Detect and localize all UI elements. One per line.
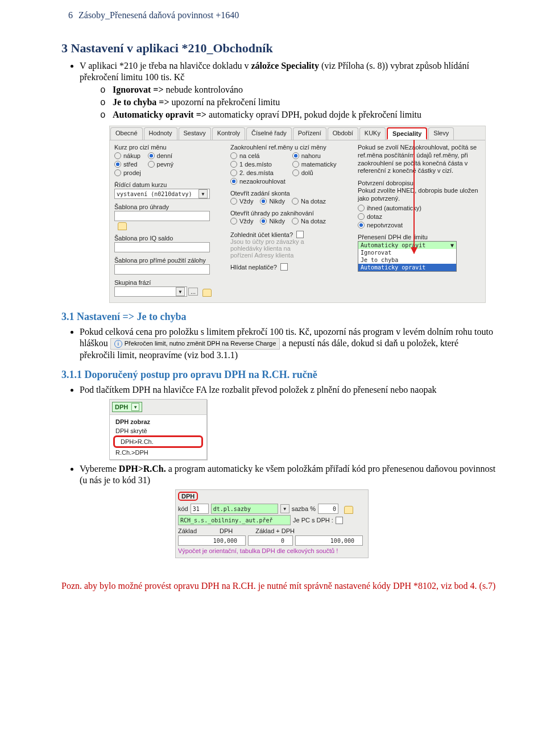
label-zaklad: Základ	[178, 527, 197, 534]
page-number: 6	[61, 10, 73, 20]
radio-nez[interactable]: nezaokrouhlovat	[230, 177, 286, 185]
radio-sk-nadotaz[interactable]: Na dotaz	[292, 197, 326, 205]
radio-sk-nikdy[interactable]: Nikdy	[260, 197, 285, 205]
radio-des2[interactable]: 2. des.místa	[230, 169, 286, 177]
label-kurz: Kurz pro cizí měnu	[114, 144, 226, 151]
tab-ciselne[interactable]: Číselné řady	[246, 127, 292, 140]
tab-speciality[interactable]: Speciality	[387, 127, 427, 140]
radio-dotaz[interactable]: dotaz	[358, 213, 481, 221]
radio-nacela[interactable]: na celá	[230, 152, 286, 160]
help-note-zaokrouhleni: Pokud se zvolí NEzaokrouhlovat, počítá s…	[358, 144, 481, 175]
radio-nakup[interactable]: nákup	[114, 152, 141, 160]
label-ridici: Řídící datum kurzu	[114, 181, 226, 188]
label-sablona-uhrady: Šablona pro úhrady	[114, 203, 226, 210]
radio-sk-vzdy[interactable]: Vždy	[230, 197, 253, 205]
radio-mat[interactable]: matematicky	[292, 160, 337, 168]
label-neplatice: Hlídat neplatiče?	[230, 264, 277, 271]
label-dph: DPH	[220, 527, 233, 534]
tab-kontroly[interactable]: Kontroly	[212, 127, 245, 140]
field-kod[interactable]: 31	[191, 504, 209, 514]
radio-denni[interactable]: denní	[148, 152, 173, 160]
label-uhrady: Otevřít úhrady po zaknihování	[230, 210, 353, 217]
folder-open-icon[interactable]	[344, 506, 353, 514]
field-dtplsazby[interactable]: dt.pl.sazby	[211, 504, 278, 514]
radio-des1[interactable]: 1 des.místo	[230, 160, 286, 168]
screenshot-dph-panel: DPH kód 31 dt.pl.sazby ▼ sazba % 0 RCH_s…	[175, 489, 369, 558]
label-preneseni-dph: Přenesení DPH dle limitu	[358, 234, 481, 240]
radio-pevny[interactable]: pevný	[148, 160, 173, 168]
label-zohlednit: Zohlednit účet klienta?	[230, 231, 293, 238]
radio-nepot[interactable]: nepotvrzovat	[358, 221, 481, 229]
tab-porizeni[interactable]: Pořízení	[293, 127, 326, 140]
help-text: Jsou to účty pro závazky a pohledávky kl…	[230, 238, 353, 259]
value-dph: 0	[248, 535, 293, 546]
para-3-1-1b: Vybereme DPH>R.Ch. a program automaticky…	[80, 463, 496, 486]
menu-dph-zobraz[interactable]: DPH zobraz	[110, 417, 206, 426]
screenshot-speciality-form: Obecné Hodnoty Sestavy Kontroly Číselné …	[109, 126, 486, 303]
chevron-down-icon[interactable]: ▼	[198, 189, 208, 198]
panel-footer-note: Výpočet je orientační, tabulka DPH dle c…	[178, 547, 366, 554]
label-kod: kód	[178, 505, 188, 512]
tab-kuky[interactable]: KUKy	[359, 127, 386, 140]
ellipsis-button[interactable]: ...	[188, 288, 198, 296]
heading-3-1-1: 3.1.1 Doporučený postup pro opravu DPH n…	[61, 369, 496, 381]
checkbox-neplatice[interactable]	[280, 263, 288, 271]
info-icon: i	[114, 340, 122, 348]
chevron-down-icon[interactable]: ▼	[176, 287, 185, 296]
label-sablona-zalohy: Šablona pro přímé použití zálohy	[114, 257, 226, 264]
label-sazba: sazba %	[292, 505, 316, 512]
radio-stred[interactable]: střed	[114, 160, 141, 168]
label-jepc: Je PC s DPH :	[293, 517, 333, 524]
chevron-down-icon[interactable]: ▼	[450, 242, 454, 248]
footnote: Pozn. aby bylo možné provést opravu DPH …	[61, 581, 496, 591]
tab-sestavy[interactable]: Sestavy	[179, 127, 211, 140]
radio-prodej[interactable]: prodej	[114, 169, 141, 177]
heading-3: 3 Nastavení v aplikaci *210_Obchodník	[61, 41, 496, 56]
para-3-1-1a: Pod tlačítkem DPH na hlavičce FA lze roz…	[80, 384, 496, 396]
menu-dph-rch[interactable]: DPH>R.Ch.	[113, 435, 203, 448]
label-zakladdph: Základ + DPH	[255, 527, 295, 534]
tab-slevy[interactable]: Slevy	[428, 127, 454, 140]
tabstrip: Obecné Hodnoty Sestavy Kontroly Číselné …	[110, 126, 485, 140]
radio-uh-nikdy[interactable]: Nikdy	[260, 217, 285, 225]
field-sazba[interactable]: 0	[318, 504, 338, 514]
field-sablona-iq[interactable]	[114, 242, 210, 252]
label-zaokrouhleni: Zaokrouhlení ref.měny u cizí měny	[230, 144, 353, 151]
help-note-potvrzeni: Pokud zvolíte HNED, dobropis bude uložen…	[358, 187, 481, 203]
radio-uh-nadotaz[interactable]: Na dotaz	[292, 217, 326, 225]
dph-button[interactable]: DPH ▼	[112, 402, 142, 412]
heading-3-1: 3.1 Nastavení => Je to chyba	[61, 311, 496, 323]
para-3-1: Pokud celková cena pro položku s limitem…	[80, 326, 496, 361]
option-je-to-chyba[interactable]: Je to chyba	[358, 256, 456, 264]
tab-obecne[interactable]: Obecné	[110, 127, 143, 140]
label-sablona-iq: Šablona pro IQ saldo	[114, 235, 226, 242]
page-header: 6 Zásoby_Přenesená daňová povinnost +164…	[61, 10, 496, 20]
radio-dolu[interactable]: dolů	[292, 169, 337, 177]
field-desc[interactable]: RCH_s.s._obilniny._aut.přeř	[178, 515, 291, 525]
tab-hodnoty[interactable]: Hodnoty	[144, 127, 177, 140]
menu-rch-dph[interactable]: R.Ch.>DPH	[110, 448, 206, 457]
tab-obdobi[interactable]: Období	[328, 127, 358, 140]
para-3-intro: V aplikaci *210 je třeba na hlavičce dok…	[80, 60, 496, 121]
checkbox-zohlednit[interactable]	[296, 231, 304, 238]
chevron-down-icon[interactable]: ▼	[280, 504, 289, 513]
radio-nahoru[interactable]: nahoru	[292, 152, 337, 160]
screenshot-dph-menu: DPH ▼ DPH zobraz DPH skrytě DPH>R.Ch. R.…	[109, 399, 207, 460]
field-skupina-frazi[interactable]: ▼	[114, 286, 187, 297]
panel-title-dph: DPH	[178, 492, 198, 501]
folder-open-icon[interactable]	[202, 289, 212, 297]
option-ignorovat[interactable]: Ignorovat	[358, 249, 456, 256]
menu-dph-skryte[interactable]: DPH skrytě	[110, 426, 206, 435]
field-ridici[interactable]: vystavení (n0210datvy)▼	[114, 189, 210, 199]
value-zaklad: 100,000	[178, 535, 246, 546]
chevron-down-icon[interactable]: ▼	[131, 403, 139, 411]
option-auto-opravit[interactable]: Automaticky opravit	[358, 264, 456, 271]
value-zakladdph: 100,000	[295, 535, 363, 546]
field-sablona-zalohy[interactable]	[114, 264, 210, 275]
checkbox-jepc[interactable]	[336, 517, 343, 524]
radio-ihned[interactable]: ihned (automaticky)	[358, 204, 481, 212]
dropdown-preneseni-dph[interactable]: Automaticky opravit▼ Ignorovat Je to chy…	[358, 241, 457, 272]
radio-uh-vzdy[interactable]: Vždy	[230, 217, 253, 225]
field-sablona-uhrady[interactable]	[114, 211, 210, 221]
folder-open-icon[interactable]	[118, 222, 127, 230]
